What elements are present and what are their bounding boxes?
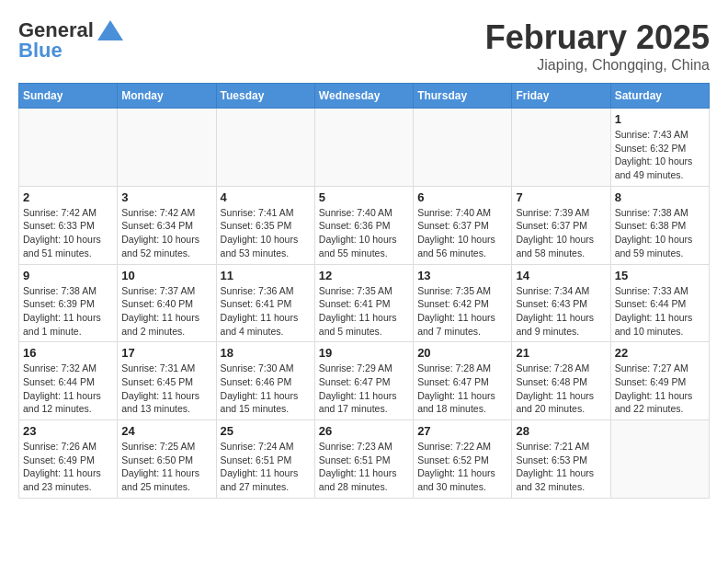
svg-marker-0 — [97, 20, 123, 40]
calendar-cell: 14Sunrise: 7:34 AM Sunset: 6:43 PM Dayli… — [512, 264, 610, 342]
day-info: Sunrise: 7:25 AM Sunset: 6:50 PM Dayligh… — [121, 440, 211, 494]
day-info: Sunrise: 7:40 AM Sunset: 6:37 PM Dayligh… — [417, 206, 507, 260]
day-number: 27 — [417, 424, 507, 438]
day-number: 9 — [23, 269, 113, 282]
day-info: Sunrise: 7:38 AM Sunset: 6:38 PM Dayligh… — [615, 206, 705, 260]
day-number: 8 — [615, 190, 705, 204]
day-number: 18 — [221, 346, 311, 360]
day-number: 5 — [319, 190, 409, 204]
month-title: February 2025 — [485, 18, 710, 57]
logo-blue-text: Blue — [18, 39, 63, 63]
day-number: 22 — [615, 346, 705, 360]
calendar-cell: 5Sunrise: 7:40 AM Sunset: 6:36 PM Daylig… — [314, 186, 413, 264]
day-info: Sunrise: 7:28 AM Sunset: 6:48 PM Dayligh… — [516, 362, 606, 416]
calendar-cell: 9Sunrise: 7:38 AM Sunset: 6:39 PM Daylig… — [19, 264, 118, 342]
day-info: Sunrise: 7:33 AM Sunset: 6:44 PM Dayligh… — [615, 284, 705, 339]
day-info: Sunrise: 7:27 AM Sunset: 6:49 PM Dayligh… — [615, 362, 705, 416]
day-number: 28 — [516, 424, 606, 438]
logo-icon — [97, 20, 123, 40]
title-section: February 2025 Jiaping, Chongqing, China — [485, 18, 710, 74]
day-info: Sunrise: 7:21 AM Sunset: 6:53 PM Dayligh… — [516, 440, 606, 494]
day-of-week-header: Tuesday — [216, 84, 314, 109]
calendar-cell: 24Sunrise: 7:25 AM Sunset: 6:50 PM Dayli… — [118, 420, 216, 499]
day-info: Sunrise: 7:41 AM Sunset: 6:35 PM Dayligh… — [221, 206, 311, 260]
day-info: Sunrise: 7:43 AM Sunset: 6:32 PM Dayligh… — [615, 128, 705, 182]
calendar-cell: 19Sunrise: 7:29 AM Sunset: 6:47 PM Dayli… — [314, 342, 413, 420]
calendar-cell: 22Sunrise: 7:27 AM Sunset: 6:49 PM Dayli… — [610, 342, 709, 420]
day-number: 23 — [23, 424, 113, 438]
day-info: Sunrise: 7:31 AM Sunset: 6:45 PM Dayligh… — [121, 362, 211, 416]
day-info: Sunrise: 7:42 AM Sunset: 6:33 PM Dayligh… — [23, 206, 113, 260]
calendar-cell: 7Sunrise: 7:39 AM Sunset: 6:37 PM Daylig… — [512, 186, 610, 264]
day-info: Sunrise: 7:32 AM Sunset: 6:44 PM Dayligh… — [23, 362, 113, 416]
calendar-cell: 20Sunrise: 7:28 AM Sunset: 6:47 PM Dayli… — [414, 342, 512, 420]
calendar-cell: 21Sunrise: 7:28 AM Sunset: 6:48 PM Dayli… — [512, 342, 610, 420]
calendar-cell — [314, 109, 413, 187]
day-info: Sunrise: 7:26 AM Sunset: 6:49 PM Dayligh… — [23, 440, 113, 494]
day-number: 17 — [121, 346, 211, 360]
day-of-week-header: Sunday — [19, 84, 118, 109]
calendar-table: SundayMondayTuesdayWednesdayThursdayFrid… — [18, 83, 710, 499]
day-number: 2 — [23, 190, 113, 204]
calendar-cell — [118, 109, 216, 187]
day-info: Sunrise: 7:37 AM Sunset: 6:40 PM Dayligh… — [121, 284, 211, 339]
calendar-week-row: 1Sunrise: 7:43 AM Sunset: 6:32 PM Daylig… — [19, 109, 710, 187]
logo: General Blue — [18, 18, 123, 63]
day-info: Sunrise: 7:23 AM Sunset: 6:51 PM Dayligh… — [319, 440, 409, 494]
day-of-week-header: Monday — [118, 84, 216, 109]
day-number: 26 — [319, 424, 409, 438]
day-number: 21 — [516, 346, 606, 360]
calendar-cell: 13Sunrise: 7:35 AM Sunset: 6:42 PM Dayli… — [414, 264, 512, 342]
calendar-cell: 17Sunrise: 7:31 AM Sunset: 6:45 PM Dayli… — [118, 342, 216, 420]
calendar-header-row: SundayMondayTuesdayWednesdayThursdayFrid… — [19, 84, 710, 109]
calendar-cell — [216, 109, 314, 187]
calendar-cell: 18Sunrise: 7:30 AM Sunset: 6:46 PM Dayli… — [216, 342, 314, 420]
day-of-week-header: Thursday — [414, 84, 512, 109]
calendar-cell: 12Sunrise: 7:35 AM Sunset: 6:41 PM Dayli… — [314, 264, 413, 342]
day-of-week-header: Saturday — [610, 84, 709, 109]
day-number: 6 — [417, 190, 507, 204]
day-info: Sunrise: 7:40 AM Sunset: 6:36 PM Dayligh… — [319, 206, 409, 260]
calendar-cell: 10Sunrise: 7:37 AM Sunset: 6:40 PM Dayli… — [118, 264, 216, 342]
calendar-cell: 25Sunrise: 7:24 AM Sunset: 6:51 PM Dayli… — [216, 420, 314, 499]
day-number: 12 — [319, 269, 409, 282]
day-number: 15 — [615, 269, 705, 282]
calendar-cell: 16Sunrise: 7:32 AM Sunset: 6:44 PM Dayli… — [19, 342, 118, 420]
calendar-week-row: 16Sunrise: 7:32 AM Sunset: 6:44 PM Dayli… — [19, 342, 710, 420]
day-number: 16 — [23, 346, 113, 360]
calendar-cell: 11Sunrise: 7:36 AM Sunset: 6:41 PM Dayli… — [216, 264, 314, 342]
day-number: 11 — [221, 269, 311, 282]
day-number: 3 — [121, 190, 211, 204]
day-number: 25 — [221, 424, 311, 438]
calendar-cell: 2Sunrise: 7:42 AM Sunset: 6:33 PM Daylig… — [19, 186, 118, 264]
calendar-cell: 26Sunrise: 7:23 AM Sunset: 6:51 PM Dayli… — [314, 420, 413, 499]
day-info: Sunrise: 7:28 AM Sunset: 6:47 PM Dayligh… — [417, 362, 507, 416]
day-of-week-header: Friday — [512, 84, 610, 109]
day-number: 7 — [516, 190, 606, 204]
day-number: 20 — [417, 346, 507, 360]
day-info: Sunrise: 7:22 AM Sunset: 6:52 PM Dayligh… — [417, 440, 507, 494]
day-number: 1 — [615, 112, 705, 126]
day-number: 13 — [417, 269, 507, 282]
day-info: Sunrise: 7:24 AM Sunset: 6:51 PM Dayligh… — [221, 440, 311, 494]
day-info: Sunrise: 7:35 AM Sunset: 6:41 PM Dayligh… — [319, 284, 409, 339]
calendar-cell: 8Sunrise: 7:38 AM Sunset: 6:38 PM Daylig… — [610, 186, 709, 264]
day-number: 14 — [516, 269, 606, 282]
day-number: 19 — [319, 346, 409, 360]
day-info: Sunrise: 7:42 AM Sunset: 6:34 PM Dayligh… — [121, 206, 211, 260]
calendar-cell: 23Sunrise: 7:26 AM Sunset: 6:49 PM Dayli… — [19, 420, 118, 499]
calendar-week-row: 23Sunrise: 7:26 AM Sunset: 6:49 PM Dayli… — [19, 420, 710, 499]
day-info: Sunrise: 7:35 AM Sunset: 6:42 PM Dayligh… — [417, 284, 507, 339]
calendar-week-row: 2Sunrise: 7:42 AM Sunset: 6:33 PM Daylig… — [19, 186, 710, 264]
day-info: Sunrise: 7:34 AM Sunset: 6:43 PM Dayligh… — [516, 284, 606, 339]
calendar-cell: 15Sunrise: 7:33 AM Sunset: 6:44 PM Dayli… — [610, 264, 709, 342]
calendar-week-row: 9Sunrise: 7:38 AM Sunset: 6:39 PM Daylig… — [19, 264, 710, 342]
day-of-week-header: Wednesday — [314, 84, 413, 109]
calendar-cell — [19, 109, 118, 187]
day-number: 10 — [121, 269, 211, 282]
day-number: 24 — [121, 424, 211, 438]
day-info: Sunrise: 7:29 AM Sunset: 6:47 PM Dayligh… — [319, 362, 409, 416]
day-info: Sunrise: 7:38 AM Sunset: 6:39 PM Dayligh… — [23, 284, 113, 339]
calendar-cell — [512, 109, 610, 187]
day-info: Sunrise: 7:36 AM Sunset: 6:41 PM Dayligh… — [221, 284, 311, 339]
